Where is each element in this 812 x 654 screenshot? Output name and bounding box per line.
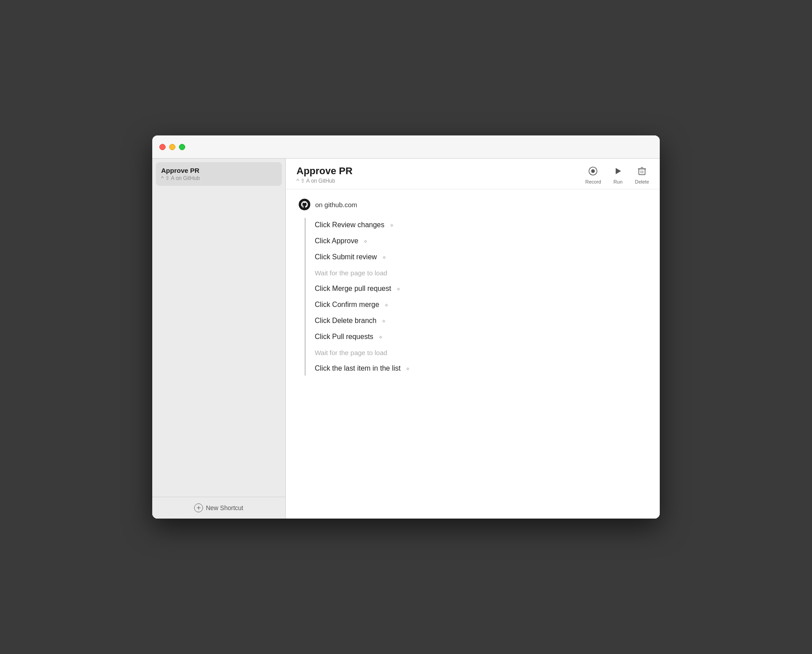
record-button[interactable]: Record [585, 165, 601, 184]
svg-point-8 [299, 199, 310, 210]
shift-symbol: ⇧ [165, 175, 170, 181]
app-label: on GitHub [176, 175, 200, 181]
plus-circle-icon: + [194, 503, 203, 512]
step-item-4[interactable]: Wait for the page to load [315, 266, 647, 280]
app-body: Approve PR ^ ⇧ A on GitHub + New Shortcu… [152, 159, 660, 519]
sidebar-item-title: Approve PR [161, 167, 276, 174]
header-shift: ⇧ [300, 178, 305, 184]
record-label: Record [585, 179, 601, 184]
new-shortcut-button[interactable]: + New Shortcut [194, 503, 243, 512]
header-left: Approve PR ^ ⇧ A on GitHub [296, 165, 353, 184]
delete-icon [636, 165, 648, 177]
chevron-icon: ⋄ [382, 254, 386, 261]
github-icon [298, 198, 311, 211]
record-icon [587, 165, 599, 177]
chevron-icon: ⋄ [397, 286, 400, 292]
svg-rect-3 [639, 169, 645, 175]
step-item-9[interactable]: Wait for the page to load [315, 346, 647, 360]
step-text: Click Merge pull request [315, 285, 391, 293]
header-key: A [306, 178, 310, 184]
steps-list: Click Review changes⋄Click Approve⋄Click… [304, 218, 647, 376]
run-button[interactable]: Run [612, 165, 624, 184]
svg-point-1 [591, 169, 595, 173]
minimize-button[interactable] [169, 144, 175, 150]
sidebar-footer: + New Shortcut [152, 497, 285, 519]
step-item-7[interactable]: Click Delete branch⋄ [315, 314, 647, 328]
run-label: Run [613, 179, 622, 184]
step-item-6[interactable]: Click Confirm merge⋄ [315, 298, 647, 312]
step-item-2[interactable]: Click Approve⋄ [315, 234, 647, 248]
step-text: Click Confirm merge [315, 301, 379, 309]
ctrl-symbol: ^ [161, 175, 164, 181]
chevron-icon: ⋄ [364, 238, 367, 245]
title-bar [152, 135, 660, 159]
sidebar-item-approve-pr[interactable]: Approve PR ^ ⇧ A on GitHub [156, 162, 282, 186]
step-item-8[interactable]: Click Pull requests⋄ [315, 330, 647, 344]
header-actions: Record Run [585, 165, 649, 184]
step-text: Click Approve [315, 237, 358, 245]
chevron-icon: ⋄ [385, 302, 388, 308]
steps-area: on github.com Click Review changes⋄Click… [286, 189, 660, 519]
step-text: Click Submit review [315, 253, 377, 261]
header-app: on GitHub [311, 178, 335, 184]
header-ctrl: ^ [296, 178, 299, 184]
chevron-icon: ⋄ [382, 318, 386, 324]
key-symbol: A [171, 175, 175, 181]
step-text: Click Delete branch [315, 317, 377, 325]
chevron-icon: ⋄ [379, 334, 382, 340]
step-item-10[interactable]: Click the last item in the list⋄ [315, 361, 647, 376]
step-item-1[interactable]: Click Review changes⋄ [315, 218, 647, 232]
chevron-icon: ⋄ [390, 222, 394, 229]
step-text: Click Pull requests [315, 333, 374, 341]
chevron-icon: ⋄ [406, 365, 410, 372]
maximize-button[interactable] [179, 144, 185, 150]
close-button[interactable] [159, 144, 166, 150]
sidebar-item-subtitle: ^ ⇧ A on GitHub [161, 175, 276, 181]
step-text: Wait for the page to load [315, 349, 387, 356]
traffic-lights [159, 144, 185, 150]
main-header: Approve PR ^ ⇧ A on GitHub [286, 159, 660, 189]
delete-label: Delete [635, 179, 649, 184]
step-item-5[interactable]: Click Merge pull request⋄ [315, 282, 647, 296]
new-shortcut-label: New Shortcut [206, 504, 243, 511]
step-text: Wait for the page to load [315, 269, 387, 277]
sidebar-content: Approve PR ^ ⇧ A on GitHub [152, 159, 285, 497]
step-item-3[interactable]: Click Submit review⋄ [315, 250, 647, 264]
step-text: Click Review changes [315, 221, 385, 229]
sidebar: Approve PR ^ ⇧ A on GitHub + New Shortcu… [152, 159, 286, 519]
context-header: on github.com [298, 198, 647, 211]
main-panel: Approve PR ^ ⇧ A on GitHub [286, 159, 660, 519]
delete-button[interactable]: Delete [635, 165, 649, 184]
context-label: on github.com [315, 201, 357, 208]
app-window: Approve PR ^ ⇧ A on GitHub + New Shortcu… [152, 135, 660, 519]
main-subtitle: ^ ⇧ A on GitHub [296, 178, 353, 184]
svg-marker-2 [616, 168, 621, 174]
main-title: Approve PR [296, 165, 353, 177]
step-text: Click the last item in the list [315, 364, 401, 372]
run-icon [612, 165, 624, 177]
